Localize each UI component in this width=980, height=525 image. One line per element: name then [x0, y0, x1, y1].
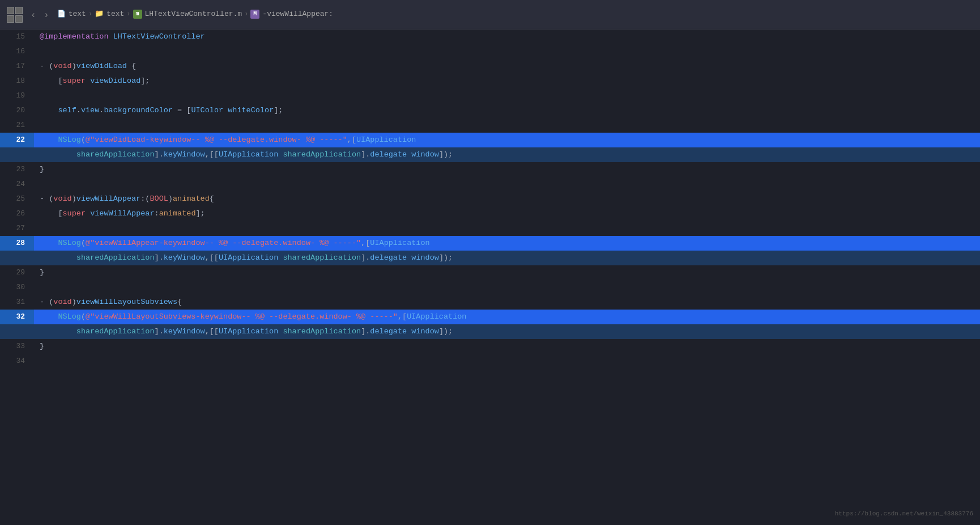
- line-content-31: - (void)viewWillLayoutSubviews{: [34, 295, 980, 310]
- line-num-28: 28: [0, 236, 34, 251]
- code-line-23: 23 }: [0, 162, 980, 177]
- breadcrumb-sep-2: ›: [126, 9, 130, 20]
- line-content-22-cont: sharedApplication].keyWindow,[[UIApplica…: [34, 147, 980, 162]
- line-content-26: [super viewWillAppear:animated];: [34, 206, 980, 221]
- line-content-25: - (void)viewWillAppear:(BOOL)animated{: [34, 192, 980, 206]
- watermark: https://blog.csdn.net/weixin_43883776: [835, 509, 973, 519]
- code-line-29: 29 }: [0, 265, 980, 280]
- code-line-17: 17 - (void)viewDidLoad {: [0, 59, 980, 74]
- line-num-24: 24: [0, 177, 34, 192]
- code-line-16: 16: [0, 44, 980, 59]
- breadcrumb-sep-1: ›: [88, 9, 92, 20]
- line-content-17: - (void)viewDidLoad {: [34, 59, 980, 74]
- line-num-25: 25: [0, 192, 34, 206]
- breadcrumb-item-2[interactable]: 📁 text: [95, 9, 124, 20]
- method-icon: M: [250, 10, 259, 19]
- code-line-25: 25 - (void)viewWillAppear:(BOOL)animated…: [0, 192, 980, 206]
- code-line-21: 21: [0, 118, 980, 133]
- line-content-28: NSLog(@"viewWillAppear-keywindow-- %@ --…: [34, 236, 980, 251]
- line-num-31: 31: [0, 295, 34, 310]
- line-content-22: NSLog(@"viewDidLoad-keywindow-- %@ --del…: [34, 133, 980, 147]
- line-num-23: 23: [0, 162, 34, 177]
- line-num-30: 30: [0, 280, 34, 295]
- line-num-34: 34: [0, 354, 34, 369]
- line-content-33: }: [34, 339, 980, 354]
- line-num-26: 26: [0, 206, 34, 221]
- code-line-33: 33 }: [0, 339, 980, 354]
- line-num-27: 27: [0, 221, 34, 236]
- code-line-15: 15 @implementation LHTextViewController: [0, 29, 980, 44]
- back-button[interactable]: ‹: [28, 7, 38, 22]
- code-line-18: 18 [super viewDidLoad];: [0, 74, 980, 88]
- breadcrumb-label-1: text: [69, 9, 86, 20]
- line-num-29: 29: [0, 265, 34, 280]
- line-content-28-cont: sharedApplication].keyWindow,[[UIApplica…: [34, 251, 980, 265]
- code-line-32-cont: sharedApplication].keyWindow,[[UIApplica…: [0, 324, 980, 339]
- nav-arrows: ‹ ›: [28, 7, 52, 22]
- line-num-18: 18: [0, 74, 34, 88]
- line-num-21: 21: [0, 118, 34, 133]
- code-line-26: 26 [super viewWillAppear:animated];: [0, 206, 980, 221]
- code-line-22-cont: sharedApplication].keyWindow,[[UIApplica…: [0, 147, 980, 162]
- breadcrumb-label-3: LHTextViewController.m: [145, 9, 242, 20]
- line-num-32: 32: [0, 310, 34, 324]
- code-line-27: 27: [0, 221, 980, 236]
- breadcrumb: 📄 text › 📁 text › m LHTextViewController…: [57, 9, 334, 20]
- code-line-19: 19: [0, 88, 980, 103]
- breadcrumb-item-4[interactable]: M -viewWillAppear:: [250, 9, 333, 20]
- breadcrumb-label-4: -viewWillAppear:: [262, 9, 333, 20]
- code-area: 15 @implementation LHTextViewController …: [0, 29, 980, 525]
- line-content-23: }: [34, 162, 980, 177]
- code-line-32: 32 NSLog(@"viewWillLayoutSubviews-keywin…: [0, 310, 980, 324]
- line-content-32: NSLog(@"viewWillLayoutSubviews-keywindow…: [34, 310, 980, 324]
- breadcrumb-item-3[interactable]: m LHTextViewController.m: [133, 9, 242, 20]
- code-line-24: 24: [0, 177, 980, 192]
- code-line-30: 30: [0, 280, 980, 295]
- line-num-16: 16: [0, 44, 34, 59]
- code-line-20: 20 self.view.backgroundColor = [UIColor …: [0, 103, 980, 118]
- code-line-31: 31 - (void)viewWillLayoutSubviews{: [0, 295, 980, 310]
- breadcrumb-item-1[interactable]: 📄 text: [57, 9, 86, 20]
- line-num-19: 19: [0, 88, 34, 103]
- code-line-28: 28 NSLog(@"viewWillAppear-keywindow-- %@…: [0, 236, 980, 251]
- code-line-34: 34: [0, 354, 980, 369]
- code-line-28-cont: sharedApplication].keyWindow,[[UIApplica…: [0, 251, 980, 265]
- line-num-20: 20: [0, 103, 34, 118]
- breadcrumb-sep-3: ›: [244, 9, 248, 20]
- line-content-18: [super viewDidLoad];: [34, 74, 980, 88]
- line-content-15: @implementation LHTextViewController: [34, 29, 980, 44]
- line-num-33: 33: [0, 339, 34, 354]
- m-file-icon: m: [133, 10, 142, 19]
- grid-icon[interactable]: [7, 7, 23, 23]
- line-num-17: 17: [0, 59, 34, 74]
- line-content-32-cont: sharedApplication].keyWindow,[[UIApplica…: [34, 324, 980, 339]
- line-num-15: 15: [0, 29, 34, 44]
- line-content-20: self.view.backgroundColor = [UIColor whi…: [34, 103, 980, 118]
- line-num-22: 22: [0, 133, 34, 147]
- top-bar: ‹ › 📄 text › 📁 text › m LHTextViewContro…: [0, 0, 980, 29]
- code-line-22: 22 NSLog(@"viewDidLoad-keywindow-- %@ --…: [0, 133, 980, 147]
- breadcrumb-label-2: text: [106, 9, 124, 20]
- line-content-29: }: [34, 265, 980, 280]
- forward-button[interactable]: ›: [41, 7, 51, 22]
